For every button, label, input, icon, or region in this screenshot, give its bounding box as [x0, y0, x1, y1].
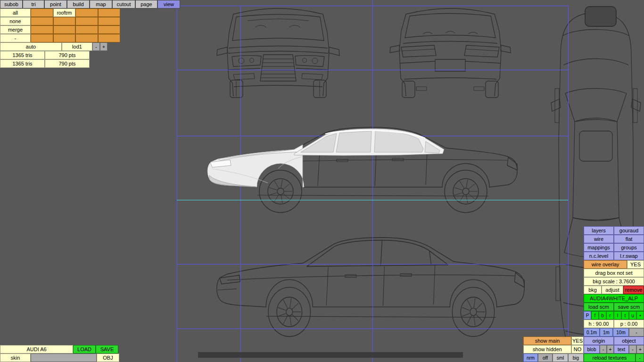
pts-count: 790 pts [45, 59, 90, 68]
tab-view[interactable]: view [157, 0, 180, 8]
viewport[interactable] [0, 0, 644, 362]
tab-build[interactable]: build [67, 0, 90, 8]
trim-cell[interactable] [75, 25, 98, 34]
file-bar-filler [31, 354, 97, 362]
tris-count: 1365 tris [0, 51, 45, 59]
wire-button[interactable]: wire [584, 235, 614, 243]
trim-cell[interactable] [75, 17, 98, 25]
view-key-back[interactable]: b [599, 311, 606, 320]
lod-button[interactable]: lod1 [62, 42, 92, 51]
lr-swap-button[interactable]: l.r.swap [614, 252, 644, 260]
view-key-dot[interactable]: • [636, 311, 644, 320]
show-hidden-value[interactable]: NO [571, 345, 584, 354]
text-plus-button[interactable]: + [636, 345, 644, 354]
heading-readout: h : 90.00 [584, 320, 614, 328]
object-button[interactable]: object [614, 337, 644, 345]
show-main-toggle[interactable]: show main [523, 337, 571, 345]
tab-page[interactable]: page [135, 0, 157, 8]
grid-vline [568, 6, 569, 336]
trim-cell[interactable] [53, 34, 75, 42]
origin-button[interactable]: origin [584, 337, 614, 345]
tab-tri[interactable]: tri [23, 0, 44, 8]
tab-map[interactable]: map [90, 0, 112, 8]
text-minus-button[interactable]: - [629, 345, 636, 354]
auto-button[interactable]: auto [0, 42, 62, 51]
text-button[interactable]: text [614, 345, 629, 354]
adjust-button[interactable]: adjust [602, 286, 623, 294]
nrm-big-button[interactable]: big [568, 354, 584, 362]
groups-button[interactable]: groups [614, 243, 644, 252]
obj-button[interactable]: OBJ [97, 354, 119, 362]
view-key-left[interactable]: l [614, 311, 621, 320]
trim-cell[interactable] [31, 8, 53, 17]
drag-box-status: drag box not set [584, 269, 644, 277]
lod-plus-button[interactable]: + [100, 42, 107, 51]
blob-plus-button[interactable]: + [607, 345, 614, 354]
skin-button[interactable]: skin [0, 354, 31, 362]
select-all-button[interactable]: all [0, 8, 31, 17]
tab-cutout[interactable]: cutout [112, 0, 135, 8]
texture-name-button[interactable]: AUDIA4WHITE_ALP [584, 294, 644, 303]
grid-unit-01m[interactable]: 0.1m [584, 328, 600, 337]
pitch-readout: p : 0.00 [614, 320, 644, 328]
trim-cell[interactable] [31, 17, 53, 25]
model-name-field[interactable]: AUDI A6 [0, 345, 73, 354]
trim-cell[interactable] [53, 17, 75, 25]
bkg-button[interactable]: bkg [584, 286, 602, 294]
view-key-top[interactable]: t [621, 311, 629, 320]
nrm-button[interactable]: nrm [523, 354, 538, 362]
trim-cell-active[interactable]: rooftrm [53, 8, 75, 17]
grid-hline [177, 329, 568, 329]
blob-button[interactable]: blob [584, 345, 600, 354]
load-scm-button[interactable]: load scm [584, 303, 614, 311]
remove-button[interactable]: remove [623, 286, 644, 294]
select-none-button[interactable]: none [0, 17, 31, 25]
reload-textures-button[interactable]: reload textures [584, 354, 636, 362]
save-button[interactable]: SAVE [96, 345, 118, 354]
tris-count: 1365 tris [0, 59, 45, 68]
viewport-scrollbar[interactable] [198, 352, 463, 358]
grid-hline [177, 264, 568, 264]
lod-minus-button[interactable]: - [92, 42, 100, 51]
rear-view-blueprint [384, 4, 516, 100]
view-key-front[interactable]: f [591, 311, 599, 320]
grid-hline [177, 6, 568, 6]
select-minus-button[interactable]: - [0, 34, 31, 42]
trim-cell[interactable] [53, 25, 75, 34]
grid-unit-1m[interactable]: 1m [600, 328, 613, 337]
trim-cell[interactable] [31, 34, 53, 42]
view-key-right[interactable]: r [606, 311, 614, 320]
trim-cell[interactable] [98, 17, 120, 25]
blob-minus-button[interactable]: - [600, 345, 607, 354]
save-scm-button[interactable]: save scm [614, 303, 644, 311]
tab-point[interactable]: point [44, 0, 67, 8]
trim-cell[interactable] [31, 25, 53, 34]
tab-subob[interactable]: subob [0, 0, 23, 8]
nrm-sml-button[interactable]: sml [553, 354, 568, 362]
gouraud-button[interactable]: gouraud [614, 226, 644, 235]
grid-unit-10m[interactable]: 10m [613, 328, 629, 337]
show-hidden-toggle[interactable]: show hidden [523, 345, 571, 354]
layers-button[interactable]: layers [584, 226, 614, 235]
show-main-value[interactable]: YES [571, 337, 584, 345]
model-3d-overlay[interactable] [202, 116, 532, 216]
nrm-off-button[interactable]: off [538, 354, 553, 362]
flat-button[interactable]: flat [614, 235, 644, 243]
select-merge-button[interactable]: merge [0, 25, 31, 34]
side-view-lower-blueprint [211, 224, 539, 340]
trim-cell[interactable] [98, 25, 120, 34]
trim-cell[interactable] [75, 8, 98, 17]
reload-minus-button[interactable]: - [636, 354, 644, 362]
trim-cell[interactable] [75, 34, 98, 42]
wire-overlay-button[interactable]: wire overlay [584, 260, 627, 269]
view-key-under[interactable]: u [629, 311, 636, 320]
load-button[interactable]: LOAD [73, 345, 96, 354]
nc-level-button[interactable]: n.c.level [584, 252, 614, 260]
trim-cell[interactable] [98, 8, 120, 17]
view-key-perspective[interactable]: P [584, 311, 591, 320]
grid-hline [177, 70, 568, 70]
trim-cell[interactable] [98, 34, 120, 42]
grid-unit-minus[interactable]: - [629, 328, 644, 337]
wire-overlay-value[interactable]: YES [627, 260, 644, 269]
mappings-button[interactable]: mappings [584, 243, 614, 252]
